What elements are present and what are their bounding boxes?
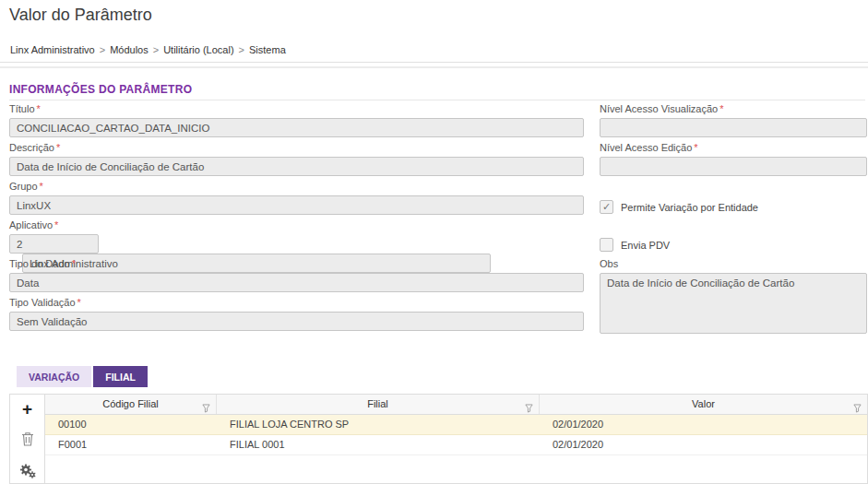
- plus-icon: +: [22, 400, 32, 418]
- column-header-codigo-filial[interactable]: Código Filial: [45, 395, 217, 414]
- table-row[interactable]: F0001 FILIAL 0001 02/01/2020: [45, 435, 867, 455]
- breadcrumb: Linx Administrativo>Módulos>Utilitário (…: [10, 44, 286, 55]
- section-title-informacoes-do-parametro: INFORMAÇÕES DO PARÂMETRO: [9, 83, 192, 96]
- descricao-label: Descrição: [9, 142, 54, 153]
- breadcrumb-modulos[interactable]: Módulos: [110, 44, 149, 55]
- cell-filial: FILIAL 0001: [217, 435, 540, 454]
- aplicativo-codigo-input[interactable]: [9, 234, 99, 254]
- field-descricao: Descrição*: [9, 142, 584, 176]
- obs-label: Obs: [600, 258, 618, 269]
- tab-bar: VARIAÇÃO FILIAL: [17, 366, 148, 387]
- tab-variacao[interactable]: VARIAÇÃO: [17, 366, 91, 387]
- funnel-icon[interactable]: [525, 400, 533, 419]
- titulo-label: Título: [9, 103, 35, 114]
- grid-header: Código Filial Filial Valor: [45, 395, 867, 415]
- cell-codigo-filial: 00100: [45, 415, 217, 434]
- tipo-validacao-label: Tipo Validação: [9, 297, 76, 308]
- add-row-button[interactable]: +: [18, 399, 38, 418]
- required-marker: *: [54, 219, 58, 230]
- envia-pdv-checkbox[interactable]: [600, 238, 613, 252]
- delete-row-button[interactable]: [18, 431, 38, 450]
- funnel-icon[interactable]: [853, 400, 862, 419]
- nivel-acesso-visualizacao-label: Nível Acesso Visualização: [600, 103, 718, 114]
- cell-codigo-filial: F0001: [45, 435, 217, 454]
- required-marker: *: [72, 258, 76, 269]
- permite-variacao-checkbox[interactable]: ✓: [600, 200, 613, 214]
- grid-settings-button[interactable]: [18, 464, 38, 482]
- titulo-input[interactable]: [9, 118, 584, 137]
- check-icon: ✓: [602, 202, 611, 212]
- table-row[interactable]: 00100 FILIAL LOJA CENTRO SP 02/01/2020: [45, 415, 867, 435]
- permite-variacao-label: Permite Variação por Entidade: [621, 202, 758, 213]
- breadcrumb-separator: >: [239, 44, 244, 55]
- required-marker: *: [719, 103, 723, 114]
- grupo-label: Grupo: [9, 181, 38, 192]
- field-tipo-validacao: Tipo Validação*: [9, 297, 584, 331]
- field-tipo-do-dado: Tipo do Dado*: [9, 258, 584, 292]
- nivel-acesso-visualizacao-input[interactable]: [600, 118, 867, 137]
- cell-filial: FILIAL LOJA CENTRO SP: [217, 415, 540, 434]
- cogs-icon: [19, 464, 36, 482]
- trash-icon: [21, 431, 34, 450]
- grupo-input[interactable]: [9, 195, 584, 215]
- nivel-acesso-edicao-input[interactable]: [600, 157, 867, 176]
- breadcrumb-sistema[interactable]: Sistema: [249, 44, 286, 55]
- tipo-validacao-input[interactable]: [9, 312, 584, 331]
- breadcrumb-utilitario-local[interactable]: Utilitário (Local): [163, 44, 233, 55]
- permite-variacao-row: ✓ Permite Variação por Entidade: [600, 200, 758, 214]
- funnel-icon[interactable]: [202, 400, 210, 419]
- column-header-filial[interactable]: Filial: [217, 395, 540, 414]
- divider: [0, 62, 868, 63]
- required-marker: *: [694, 142, 697, 153]
- tab-filial[interactable]: FILIAL: [93, 366, 148, 387]
- field-grupo: Grupo*: [9, 181, 584, 215]
- field-nivel-acesso-visualizacao: Nível Acesso Visualização*: [600, 103, 867, 137]
- field-titulo: Título*: [9, 103, 584, 137]
- breadcrumb-separator: >: [100, 44, 105, 55]
- required-marker: *: [77, 297, 81, 308]
- obs-textarea[interactable]: Data de Início de Conciliação de Cartão: [600, 273, 867, 334]
- required-marker: *: [56, 142, 60, 153]
- required-marker: *: [40, 181, 43, 192]
- breadcrumb-separator: >: [153, 44, 159, 55]
- valor-do-parametro-page: Valor do Parâmetro Linx Administrativo>M…: [0, 0, 868, 484]
- envia-pdv-label: Envia PDV: [621, 240, 670, 251]
- field-obs: Obs Data de Início de Conciliação de Car…: [600, 258, 867, 334]
- breadcrumb-linx-administrativo[interactable]: Linx Administrativo: [10, 44, 95, 55]
- cell-valor: 02/01/2020: [540, 435, 867, 454]
- envia-pdv-row: Envia PDV: [600, 238, 670, 252]
- column-header-valor[interactable]: Valor: [540, 395, 867, 414]
- cell-valor: 02/01/2020: [540, 415, 867, 434]
- tipo-do-dado-label: Tipo do Dado: [9, 258, 70, 269]
- divider: [0, 66, 868, 68]
- page-title: Valor do Parâmetro: [9, 6, 152, 25]
- section-divider: [9, 100, 865, 100]
- field-nivel-acesso-edicao: Nível Acesso Edição*: [600, 142, 867, 176]
- required-marker: *: [37, 103, 41, 114]
- filial-grid: Código Filial Filial Valor 00100 FILIAL: [44, 394, 868, 484]
- aplicativo-label: Aplicativo: [9, 219, 53, 230]
- nivel-acesso-edicao-label: Nível Acesso Edição: [600, 142, 692, 153]
- tipo-do-dado-input[interactable]: [9, 273, 584, 292]
- grid-toolbar: +: [9, 394, 44, 484]
- descricao-input[interactable]: [9, 157, 584, 176]
